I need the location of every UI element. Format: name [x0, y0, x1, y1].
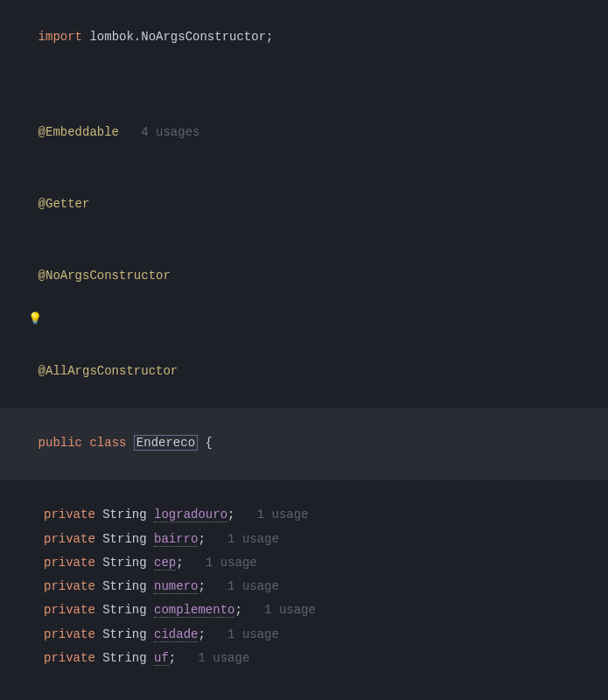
- usage-hint[interactable]: 1 usage: [198, 651, 249, 665]
- field-type: String: [102, 627, 146, 641]
- blank-line: [9, 670, 599, 694]
- annotation-line-embeddable[interactable]: @Embeddable 4 usages: [9, 97, 599, 169]
- annotation-line-allargs[interactable]: 💡 @AllArgsConstructor: [9, 312, 599, 408]
- semicolon: ;: [198, 627, 205, 641]
- blank-line: [9, 74, 599, 97]
- semicolon: ;: [176, 556, 183, 570]
- field-line[interactable]: private String logradouro; 1 usage: [9, 503, 599, 527]
- blank-line: [9, 695, 599, 700]
- field-name[interactable]: cidade: [154, 627, 198, 642]
- field-type: String: [102, 603, 146, 617]
- usage-hint[interactable]: 1 usage: [227, 627, 279, 641]
- field-line[interactable]: private String complemento; 1 usage: [9, 598, 599, 622]
- code-editor[interactable]: import lombok.NoArgsConstructor; @Embedd…: [0, 0, 608, 700]
- semicolon: ;: [198, 579, 205, 593]
- usage-hint[interactable]: 1 usage: [227, 532, 279, 546]
- keyword-private: private: [44, 556, 95, 570]
- annotation-line-noargs[interactable]: @NoArgsConstructor: [9, 241, 599, 312]
- field-line[interactable]: private String cep; 1 usage: [9, 551, 599, 575]
- import-class: NoArgsConstructor: [141, 30, 266, 44]
- intention-bulb-icon[interactable]: 💡: [28, 308, 42, 330]
- usage-hint[interactable]: 4 usages: [141, 125, 199, 139]
- semicolon: ;: [234, 603, 241, 617]
- field-name[interactable]: bairro: [154, 532, 198, 547]
- field-name[interactable]: numero: [154, 579, 198, 594]
- field-type: String: [102, 651, 146, 665]
- semicolon: ;: [169, 651, 176, 665]
- field-name[interactable]: complemento: [154, 603, 234, 618]
- keyword-import: import: [38, 30, 82, 44]
- annotation-getter: @Getter: [38, 197, 90, 211]
- field-type: String: [102, 579, 146, 593]
- usage-hint[interactable]: 1 usage: [206, 556, 257, 570]
- keyword-private: private: [44, 651, 95, 665]
- keyword-private: private: [44, 508, 95, 522]
- usage-hint[interactable]: 1 usage: [257, 508, 309, 522]
- field-line[interactable]: private String bairro; 1 usage: [9, 528, 599, 551]
- class-name[interactable]: Endereco: [134, 435, 198, 451]
- keyword-class: class: [89, 436, 126, 450]
- field-type: String: [102, 532, 146, 546]
- annotation-noargs: @NoArgsConstructor: [38, 269, 171, 283]
- code-line-import[interactable]: import lombok.NoArgsConstructor;: [9, 2, 599, 74]
- keyword-private: private: [44, 532, 95, 546]
- annotation-line-getter[interactable]: @Getter: [9, 169, 599, 241]
- field-name[interactable]: logradouro: [154, 508, 227, 522]
- semicolon: ;: [198, 532, 205, 546]
- keyword-private: private: [44, 627, 95, 641]
- usage-hint[interactable]: 1 usage: [264, 603, 316, 617]
- keyword-public: public: [38, 436, 82, 450]
- class-declaration-line[interactable]: public class Endereco {: [0, 408, 608, 480]
- annotation-allargs: @AllArgsConstructor: [38, 364, 178, 378]
- fields-block: private String logradouro; 1 usageprivat…: [9, 503, 599, 670]
- field-line[interactable]: private String uf; 1 usage: [9, 647, 599, 670]
- field-type: String: [102, 508, 146, 522]
- field-line[interactable]: private String numero; 1 usage: [9, 575, 599, 598]
- usage-hint[interactable]: 1 usage: [227, 579, 279, 593]
- semicolon: ;: [266, 30, 273, 44]
- open-brace: {: [198, 436, 213, 450]
- annotation-embeddable: @Embeddable: [38, 125, 119, 139]
- field-type: String: [102, 556, 146, 570]
- field-name[interactable]: uf: [154, 651, 169, 666]
- field-name[interactable]: cep: [154, 556, 176, 570]
- keyword-private: private: [44, 603, 95, 617]
- field-line[interactable]: private String cidade; 1 usage: [9, 623, 599, 647]
- import-path-prefix: lombok.: [82, 30, 141, 44]
- blank-line: [9, 480, 599, 503]
- keyword-private: private: [44, 579, 95, 593]
